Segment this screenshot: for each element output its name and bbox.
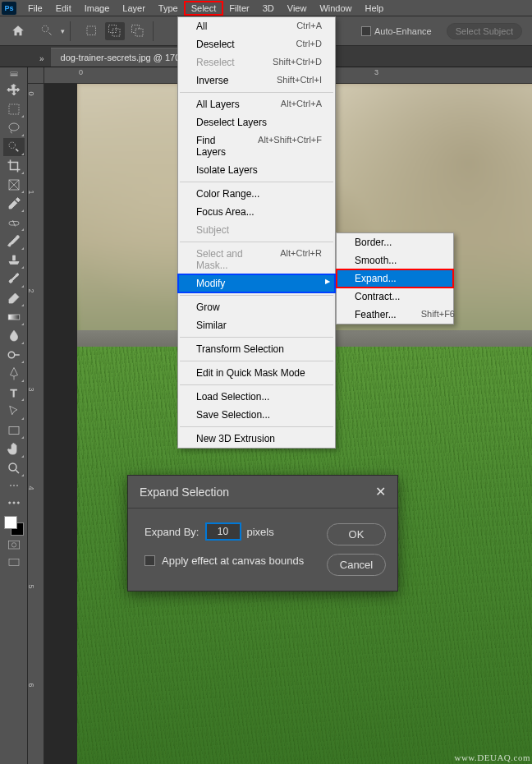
- menu-select-modify[interactable]: Modify: [178, 274, 335, 292]
- menu-window[interactable]: Window: [313, 2, 358, 15]
- dialog-title-text: Expand Selection: [140, 486, 229, 499]
- menu-modify-expand[interactable]: Expand...: [337, 269, 453, 288]
- apply-bounds-label: Apply effect at canvas bounds: [162, 555, 304, 567]
- subtract-selection-icon[interactable]: [128, 22, 148, 40]
- menu-separator: [180, 426, 333, 427]
- menu-select-quick-mask[interactable]: Edit in Quick Mask Mode: [178, 364, 335, 382]
- cancel-button[interactable]: Cancel: [327, 554, 386, 576]
- menu-type[interactable]: Type: [152, 2, 185, 15]
- select-subject-button[interactable]: Select Subject: [447, 23, 522, 39]
- menu-select-save-selection[interactable]: Save Selection...: [178, 406, 335, 424]
- marquee-tool[interactable]: [3, 100, 25, 118]
- home-icon[interactable]: [10, 24, 26, 39]
- quick-selection-tool[interactable]: [3, 138, 25, 156]
- menu-modify-border[interactable]: Border...: [337, 233, 453, 251]
- frame-tool[interactable]: [3, 176, 25, 194]
- move-tool[interactable]: [3, 81, 25, 99]
- ruler-v-label: 3: [28, 387, 35, 391]
- svg-point-17: [8, 502, 10, 504]
- blur-tool[interactable]: [3, 327, 25, 345]
- rectangle-tool[interactable]: [3, 421, 25, 440]
- svg-rect-6: [9, 104, 19, 114]
- menu-select-color-range[interactable]: Color Range...: [178, 185, 335, 203]
- add-selection-icon[interactable]: [105, 22, 125, 40]
- new-selection-icon[interactable]: [82, 22, 102, 40]
- menu-select[interactable]: Select: [185, 2, 223, 15]
- screen-mode-icon[interactable]: [4, 555, 24, 570]
- color-swatches[interactable]: [4, 516, 24, 536]
- expand-by-input[interactable]: [206, 523, 241, 540]
- menu-select-focus-area[interactable]: Focus Area...: [178, 203, 335, 221]
- menu-select-load-selection[interactable]: Load Selection...: [178, 388, 335, 406]
- dodge-tool[interactable]: [3, 346, 25, 364]
- ruler-v-label: 0: [28, 91, 35, 95]
- vertical-ruler[interactable]: 0 1 2 3 4 5 6: [28, 84, 44, 764]
- menu-filter[interactable]: Filter: [222, 2, 255, 15]
- menu-separator: [180, 295, 333, 296]
- menu-select-similar[interactable]: Similar: [178, 316, 335, 334]
- menu-edit[interactable]: Edit: [49, 2, 78, 15]
- eyedropper-tool[interactable]: [3, 195, 25, 213]
- menu-view[interactable]: View: [281, 2, 314, 15]
- menu-modify-contract[interactable]: Contract...: [337, 288, 453, 306]
- menu-select-find-layers[interactable]: Find LayersAlt+Shift+Ctrl+F: [178, 131, 335, 161]
- menu-image[interactable]: Image: [78, 2, 117, 15]
- zoom-tool[interactable]: [3, 459, 25, 477]
- document-tab[interactable]: dog-trainer-secrets.jpg @ 170%: [51, 48, 198, 67]
- tools-more-icon[interactable]: ⋯: [9, 480, 19, 491]
- foreground-color-swatch[interactable]: [4, 516, 17, 529]
- menu-select-3d-extrusion[interactable]: New 3D Extrusion: [178, 430, 335, 448]
- apply-bounds-checkbox[interactable]: Apply effect at canvas bounds: [144, 555, 314, 567]
- select-dropdown-menu: AllCtrl+A DeselectCtrl+D ReselectShift+C…: [177, 16, 336, 449]
- ok-button[interactable]: OK: [327, 523, 386, 545]
- ruler-origin[interactable]: [28, 67, 44, 84]
- menu-modify-feather[interactable]: Feather...Shift+F6: [337, 306, 453, 324]
- svg-point-21: [11, 543, 16, 547]
- lasso-tool[interactable]: [3, 119, 25, 137]
- menu-file[interactable]: File: [21, 2, 49, 15]
- checkbox-icon: [144, 555, 155, 566]
- auto-enhance-checkbox[interactable]: Auto-Enhance: [361, 26, 432, 36]
- svg-rect-12: [8, 315, 20, 320]
- path-selection-tool[interactable]: [3, 403, 25, 421]
- menu-select-deselect-layers[interactable]: Deselect Layers: [178, 113, 335, 131]
- svg-rect-22: [9, 559, 19, 565]
- menu-3d[interactable]: 3D: [256, 2, 281, 15]
- healing-brush-tool[interactable]: [3, 214, 25, 232]
- crop-tool[interactable]: [3, 157, 25, 175]
- menu-select-all-layers[interactable]: All LayersAlt+Ctrl+A: [178, 95, 335, 113]
- menu-select-inverse[interactable]: InverseShift+Ctrl+I: [178, 71, 335, 90]
- hand-tool[interactable]: [3, 440, 25, 458]
- tools-grip[interactable]: [0, 72, 27, 81]
- menu-select-reselect: ReselectShift+Ctrl+D: [178, 53, 335, 71]
- dropdown-icon[interactable]: ▾: [61, 27, 65, 35]
- menu-help[interactable]: Help: [359, 2, 391, 15]
- svg-point-16: [9, 463, 16, 471]
- menu-select-isolate-layers[interactable]: Isolate Layers: [178, 161, 335, 179]
- svg-rect-20: [8, 541, 19, 549]
- svg-rect-5: [135, 29, 143, 36]
- menu-select-all[interactable]: AllCtrl+A: [178, 17, 335, 35]
- menu-select-deselect[interactable]: DeselectCtrl+D: [178, 35, 335, 53]
- tool-preset-icon[interactable]: [38, 22, 57, 40]
- quick-mask-icon[interactable]: [4, 538, 24, 553]
- brush-tool[interactable]: [3, 232, 25, 251]
- menu-select-grow[interactable]: Grow: [178, 298, 335, 316]
- dialog-titlebar[interactable]: Expand Selection ✕: [128, 476, 397, 509]
- type-tool[interactable]: T: [3, 384, 25, 402]
- svg-point-0: [42, 25, 48, 32]
- close-icon[interactable]: ✕: [375, 484, 386, 499]
- clone-stamp-tool[interactable]: [3, 251, 25, 269]
- gradient-tool[interactable]: [3, 308, 25, 326]
- tab-expand-icon[interactable]: »: [33, 51, 51, 67]
- menu-layer[interactable]: Layer: [116, 2, 152, 15]
- eraser-tool[interactable]: [3, 289, 25, 307]
- menu-modify-smooth[interactable]: Smooth...: [337, 251, 453, 269]
- svg-text:T: T: [10, 387, 16, 399]
- pen-tool[interactable]: [3, 365, 25, 383]
- ruler-v-label: 6: [28, 683, 35, 687]
- menu-select-transform[interactable]: Transform Selection: [178, 340, 335, 358]
- menu-separator: [180, 384, 333, 385]
- edit-toolbar-icon[interactable]: [3, 494, 25, 512]
- history-brush-tool[interactable]: [3, 270, 25, 288]
